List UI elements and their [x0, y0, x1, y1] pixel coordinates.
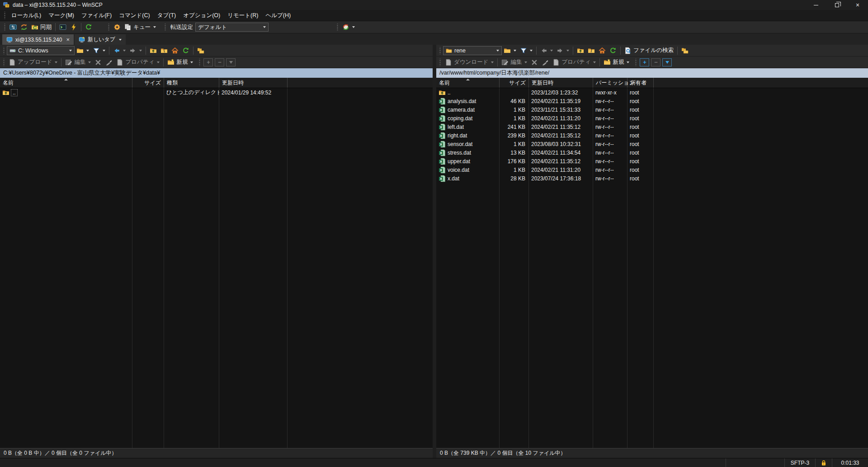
transfer-settings-combo[interactable]: デフォルト — [195, 23, 269, 32]
synchronize-browsing-button[interactable] — [19, 23, 29, 32]
file-owner: root — [627, 157, 654, 165]
local-back-button[interactable] — [111, 46, 127, 55]
remote-edit-button[interactable]: 編集 — [500, 57, 529, 67]
remote-rename-button[interactable] — [540, 58, 551, 67]
menu-mark[interactable]: マーク(M) — [45, 10, 78, 21]
edit-label: 編集 — [74, 58, 85, 66]
local-filter-button[interactable] — [91, 46, 107, 55]
remote-unselect-files-button[interactable]: − — [651, 58, 660, 66]
file-row[interactable]: stress.dat 13 KB 2024/02/21 11:34:54 rw-… — [436, 148, 868, 157]
remote-find-files-button[interactable]: ファイルの検索 — [623, 46, 675, 55]
remote-refresh-button[interactable] — [608, 46, 618, 55]
remote-root-directory-button[interactable] — [586, 46, 597, 55]
column-header-name[interactable]: 名前 — [436, 78, 500, 88]
encryption-status[interactable] — [815, 458, 832, 467]
synchronize-button[interactable]: 同期 — [29, 23, 53, 32]
minimize-icon — [814, 5, 818, 5]
local-open-directory-button[interactable] — [75, 46, 91, 55]
preferences-button[interactable] — [112, 23, 123, 32]
minimize-button[interactable] — [806, 0, 826, 10]
menu-remote[interactable]: リモート(R) — [224, 10, 262, 21]
menu-options[interactable]: オプション(O) — [179, 10, 224, 21]
remote-home-directory-button[interactable] — [597, 46, 608, 55]
close-button[interactable]: × — [847, 0, 868, 10]
refresh-button[interactable] — [83, 23, 94, 32]
remote-back-button[interactable] — [538, 46, 555, 55]
file-row[interactable]: voice.dat 1 KB 2024/02/21 11:31:20 rw-r-… — [436, 165, 868, 174]
local-edit-button[interactable]: 編集 — [63, 57, 93, 67]
menu-file[interactable]: ファイル(F) — [78, 10, 115, 21]
menu-tab[interactable]: タブ(T) — [154, 10, 180, 21]
queue-button[interactable]: キュー — [123, 23, 158, 32]
column-header-permissions[interactable]: パーミッション — [593, 78, 627, 88]
remote-select-files-button[interactable]: + — [640, 58, 649, 66]
column-header-modified[interactable]: 更新日時 — [529, 78, 593, 88]
remote-path-bar[interactable]: /var/www/html/company/日本海倶楽部/rene/ — [436, 68, 868, 78]
local-delete-button[interactable] — [93, 58, 104, 67]
column-header-size[interactable]: サイズ — [132, 78, 164, 88]
column-header-owner[interactable]: 所有者 — [627, 78, 654, 88]
local-properties-button[interactable]: プロパティ — [114, 57, 161, 67]
local-root-directory-button[interactable] — [159, 46, 170, 55]
file-row[interactable]: left.dat 241 KB 2024/02/21 11:35:12 rw-r… — [436, 123, 868, 131]
file-owner: root — [627, 165, 654, 174]
file-row-parent-dir[interactable]: .. ひとつ上のディレクトリ 2024/01/29 14:49:52 — [0, 88, 433, 97]
column-header-modified[interactable]: 更新日時 — [219, 78, 288, 88]
restore-button[interactable] — [826, 0, 847, 10]
local-parent-directory-button[interactable] — [148, 46, 159, 55]
tab-new-tab[interactable]: 新しいタブ — [75, 34, 126, 45]
chevron-down-icon — [491, 61, 494, 63]
download-button[interactable]: ダウンロード — [443, 57, 495, 67]
file-owner: root — [627, 174, 654, 183]
column-header-type[interactable]: 種類 — [164, 78, 219, 88]
local-forward-button[interactable] — [127, 46, 144, 55]
tab-close-icon[interactable]: × — [66, 36, 70, 43]
remote-directory-combo[interactable]: rene — [443, 46, 502, 55]
open-putty-button[interactable] — [68, 23, 79, 32]
remote-open-directory-button[interactable] — [502, 46, 518, 55]
remote-invert-selection-button[interactable] — [662, 58, 672, 66]
file-modified: 2024/02/21 11:31:20 — [529, 165, 593, 174]
local-copy-session-button[interactable] — [195, 46, 206, 55]
tab-session[interactable]: xi@133.55.115.240 × — [2, 34, 74, 45]
menu-help[interactable]: ヘルプ(H) — [262, 10, 294, 21]
remote-filter-button[interactable] — [518, 46, 534, 55]
local-path-bar[interactable]: C:¥Users¥8072y¥OneDrive - 富山県立大学¥実験データ¥d… — [0, 68, 433, 78]
local-invert-selection-button[interactable] — [226, 58, 236, 66]
remote-parent-directory-button[interactable] — [575, 46, 586, 55]
remote-new-button[interactable]: 新規 — [602, 57, 631, 67]
remote-nav-toolbar: rene ファイルの検索 — [436, 45, 868, 57]
column-header-size[interactable]: サイズ — [500, 78, 529, 88]
remote-properties-button[interactable]: プロパティ — [551, 57, 598, 67]
upload-button[interactable]: アップロード — [7, 57, 59, 67]
remote-file-list[interactable]: 名前 サイズ 更新日時 パーミッション 所有者 .. 2023/12/03 1:… — [436, 78, 868, 448]
local-new-button[interactable]: 新規 — [165, 57, 195, 67]
panel-splitter[interactable] — [433, 45, 436, 458]
remote-copy-session-button[interactable] — [679, 46, 690, 55]
local-unselect-files-button[interactable]: − — [215, 58, 224, 66]
menu-local[interactable]: ローカル(L) — [8, 10, 45, 21]
transfer-options-button[interactable] — [340, 23, 357, 32]
local-file-list[interactable]: 名前 サイズ 種類 更新日時 .. ひとつ上のディレクトリ 2024/01/29… — [0, 78, 433, 448]
local-rename-button[interactable] — [104, 58, 114, 67]
file-row-parent-dir[interactable]: .. 2023/12/03 1:23:32 rwxr-xr-x root — [436, 88, 868, 97]
file-row[interactable]: x.dat 28 KB 2023/07/24 17:36:18 rw-r--r-… — [436, 174, 868, 183]
column-header-name[interactable]: 名前 — [0, 78, 132, 88]
remote-delete-button[interactable] — [529, 58, 540, 67]
remote-forward-button[interactable] — [555, 46, 571, 55]
file-row[interactable]: analysis.dat 46 KB 2024/02/21 11:35:19 r… — [436, 97, 868, 105]
menu-command[interactable]: コマンド(C) — [115, 10, 154, 21]
local-select-files-button[interactable]: + — [203, 58, 213, 66]
local-home-directory-button[interactable] — [170, 46, 180, 55]
file-row[interactable]: upper.dat 176 KB 2024/02/21 11:35:12 rw-… — [436, 157, 868, 165]
local-refresh-button[interactable] — [180, 46, 191, 55]
file-row[interactable]: coping.dat 1 KB 2024/02/21 11:31:20 rw-r… — [436, 114, 868, 123]
file-row[interactable]: sensor.dat 1 KB 2023/08/03 10:32:31 rw-r… — [436, 140, 868, 148]
lightning-icon — [70, 24, 77, 31]
compare-directories-button[interactable] — [8, 23, 19, 32]
file-row[interactable]: right.dat 239 KB 2024/02/21 11:35:12 rw-… — [436, 131, 868, 140]
file-row[interactable]: camera.dat 1 KB 2023/11/21 15:31:33 rw-r… — [436, 105, 868, 114]
protocol-status[interactable]: SFTP-3 — [784, 458, 815, 467]
open-terminal-button[interactable] — [57, 23, 68, 32]
local-drive-combo[interactable]: C: Windows — [7, 46, 75, 55]
